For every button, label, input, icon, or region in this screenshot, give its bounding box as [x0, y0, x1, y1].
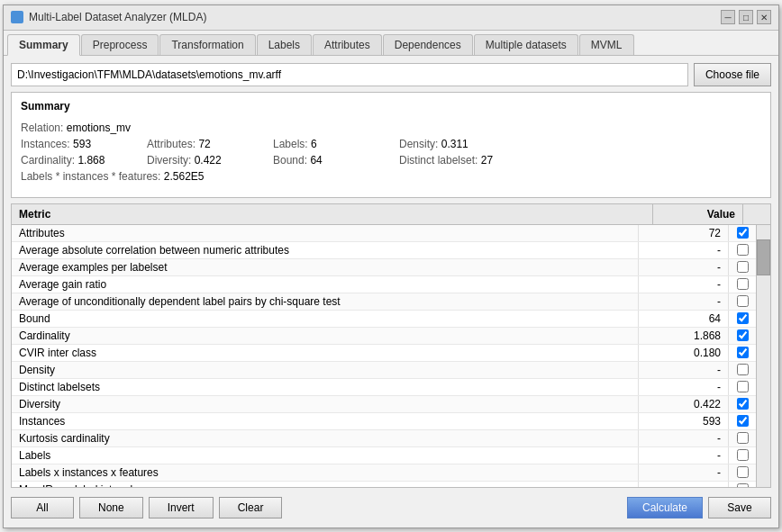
tab-preprocess[interactable]: Preprocess [81, 34, 159, 55]
row-checkbox[interactable] [737, 449, 749, 461]
tab-labels[interactable]: Labels [257, 34, 312, 55]
row-checkbox[interactable] [737, 466, 749, 478]
metric-cell: Average examples per labelset [12, 259, 639, 275]
check-cell[interactable] [729, 447, 756, 463]
main-window: Multi-Label Dataset Analyzer (MLDA) ─ □ … [3, 5, 779, 528]
minimize-button[interactable]: ─ [721, 10, 735, 24]
row-checkbox[interactable] [737, 381, 749, 392]
tab-attributes[interactable]: Attributes [313, 34, 382, 55]
metric-cell: Average gain ratio [12, 276, 639, 293]
check-cell[interactable] [729, 311, 756, 326]
metric-cell: Average of unconditionally dependent lab… [12, 293, 639, 310]
tab-dependences[interactable]: Dependences [383, 34, 473, 55]
diversity-label: Diversity: [147, 154, 191, 167]
value-cell: - [639, 293, 729, 310]
value-cell: 1.868 [639, 328, 729, 344]
scroll-thumb[interactable] [757, 239, 770, 275]
table-row: Labels x instances x features- [12, 464, 756, 482]
row-checkbox[interactable] [737, 432, 749, 444]
distinct-labelset-label: Distinct labelset: [399, 154, 477, 167]
bottom-bar: All None Invert Clear Calculate Save [11, 493, 771, 520]
window-controls: ─ □ ✕ [721, 10, 771, 24]
choose-file-button[interactable]: Choose file [694, 63, 771, 86]
check-cell[interactable] [729, 362, 756, 377]
tab-mvml[interactable]: MVML [579, 34, 634, 55]
row-checkbox[interactable] [737, 364, 749, 375]
file-path-input[interactable] [11, 63, 688, 86]
metric-cell: Labels [12, 447, 639, 464]
row-checkbox[interactable] [737, 278, 749, 290]
scrollbar[interactable] [756, 225, 770, 487]
check-cell[interactable] [729, 413, 756, 428]
value-cell: 72 [639, 225, 729, 241]
save-button[interactable]: Save [708, 497, 771, 518]
value-cell: - [639, 242, 729, 258]
none-button[interactable]: None [79, 497, 143, 518]
row-checkbox[interactable] [737, 415, 749, 427]
table-row: Average absolute correlation between num… [12, 242, 756, 259]
density-label: Density: [399, 138, 438, 150]
bound-item: Bound: 64 [273, 154, 381, 167]
metric-cell: Kurtosis cardinality [12, 430, 639, 446]
metric-cell: Labels x instances x features [12, 464, 639, 481]
header-value: Value [653, 204, 743, 224]
attributes-item: Attributes: 72 [147, 138, 255, 150]
relation-value: emotions_mv [67, 122, 131, 134]
diversity-value: 0.422 [195, 154, 222, 167]
labels-x-item: Labels * instances * features: 2.562E5 [21, 170, 205, 183]
value-cell: - [639, 362, 729, 378]
check-cell[interactable] [729, 345, 756, 360]
row-checkbox[interactable] [737, 312, 749, 324]
table-row: Average of unconditionally dependent lab… [12, 293, 756, 311]
row-checkbox[interactable] [737, 329, 749, 341]
check-cell[interactable] [729, 259, 756, 275]
check-cell[interactable] [729, 293, 756, 309]
header-check [743, 204, 770, 224]
row-checkbox[interactable] [737, 347, 749, 358]
metric-cell: Distinct labelsets [12, 379, 639, 395]
metric-cell: Bound [12, 311, 639, 327]
metric-cell: Attributes [12, 225, 639, 241]
check-cell[interactable] [729, 396, 756, 411]
calculate-button[interactable]: Calculate [627, 497, 703, 518]
tab-multiple-datasets[interactable]: Multiple datasets [474, 34, 578, 55]
tab-summary[interactable]: Summary [7, 34, 80, 56]
bound-label: Bound: [273, 154, 307, 167]
row-checkbox[interactable] [737, 261, 749, 273]
check-cell[interactable] [729, 430, 756, 446]
check-cell[interactable] [729, 225, 756, 240]
metric-cell: CVIR inter class [12, 345, 639, 361]
titlebar: Multi-Label Dataset Analyzer (MLDA) ─ □ … [4, 5, 778, 31]
value-cell: - [639, 447, 729, 464]
close-button[interactable]: ✕ [757, 10, 771, 24]
row-checkbox[interactable] [737, 227, 749, 239]
metric-cell: Density [12, 362, 639, 378]
value-cell: - [639, 379, 729, 395]
labels-x-value: 2.562E5 [164, 170, 205, 183]
check-cell[interactable] [729, 328, 756, 343]
density-value: 0.311 [441, 138, 468, 150]
table-row: Instances593 [12, 413, 756, 430]
cardinality-label: Cardinality: [21, 154, 75, 167]
check-cell[interactable] [729, 242, 756, 257]
check-cell[interactable] [729, 464, 756, 480]
tab-transformation[interactable]: Transformation [159, 34, 255, 55]
row-checkbox[interactable] [737, 483, 749, 487]
maximize-button[interactable]: □ [739, 10, 753, 24]
check-cell[interactable] [729, 482, 756, 487]
labels-value: 6 [311, 138, 317, 150]
row-checkbox[interactable] [737, 398, 749, 410]
row-checkbox[interactable] [737, 295, 749, 307]
value-cell: - [639, 276, 729, 293]
check-cell[interactable] [729, 379, 756, 394]
clear-button[interactable]: Clear [219, 497, 283, 518]
value-cell: - [639, 464, 729, 481]
table-body: Attributes72Average absolute correlation… [12, 225, 756, 487]
check-cell[interactable] [729, 276, 756, 292]
labels-item: Labels: 6 [273, 138, 381, 150]
invert-button[interactable]: Invert [149, 497, 214, 518]
table-row: Attributes72 [12, 225, 756, 242]
summary-section-title: Summary [21, 100, 761, 113]
all-button[interactable]: All [11, 497, 74, 518]
row-checkbox[interactable] [737, 244, 749, 256]
